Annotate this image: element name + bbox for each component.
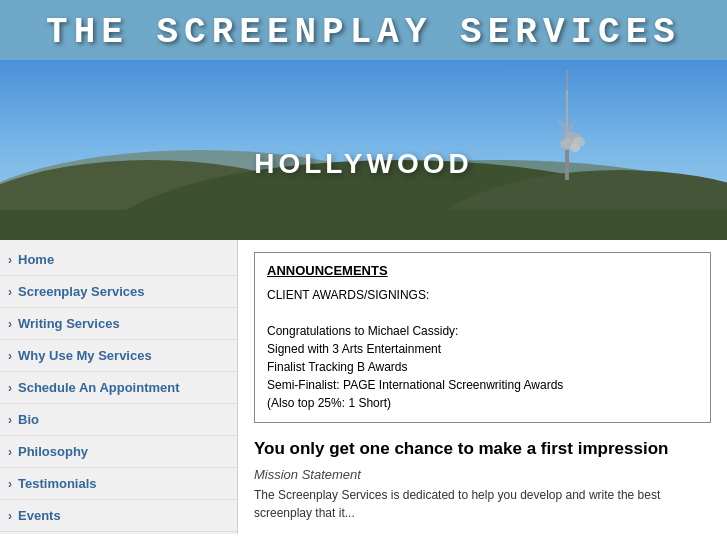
mission-text: The Screenplay Services is dedicated to … [254, 486, 711, 522]
main-layout: ›Home›Screenplay Services›Writing Servic… [0, 240, 727, 534]
svg-point-10 [570, 144, 580, 152]
nav-item-label: Writing Services [18, 316, 120, 331]
nav-menu: ›Home›Screenplay Services›Writing Servic… [0, 244, 237, 532]
nav-item-label: Philosophy [18, 444, 88, 459]
announcements-section1-label: CLIENT AWARDS/SIGNINGS: Congratulations … [267, 286, 698, 412]
tower-icon [547, 70, 587, 183]
announcements-box: ANNOUNCEMENTS CLIENT AWARDS/SIGNINGS: Co… [254, 252, 711, 423]
hero-image: HOLLYWOOD [0, 60, 727, 240]
content-area: ANNOUNCEMENTS CLIENT AWARDS/SIGNINGS: Co… [238, 240, 727, 534]
nav-item-label: Screenplay Services [18, 284, 144, 299]
nav-item-bio[interactable]: ›Bio [0, 404, 237, 436]
nav-item-why-use-services[interactable]: ›Why Use My Services [0, 340, 237, 372]
nav-item-schedule-appointment[interactable]: ›Schedule An Appointment [0, 372, 237, 404]
nav-arrow-icon: › [8, 509, 12, 523]
site-title: THE SCREENPLAY SERVICES [0, 12, 727, 53]
nav-item-events[interactable]: ›Events [0, 500, 237, 532]
site-header: THE SCREENPLAY SERVICES [0, 0, 727, 240]
nav-item-label: Schedule An Appointment [18, 380, 180, 395]
nav-arrow-icon: › [8, 413, 12, 427]
nav-arrow-icon: › [8, 285, 12, 299]
nav-item-testimonials[interactable]: ›Testimonials [0, 468, 237, 500]
nav-item-label: Events [18, 508, 61, 523]
nav-item-writing-services[interactable]: ›Writing Services [0, 308, 237, 340]
nav-item-label: Home [18, 252, 54, 267]
hills-background [0, 120, 727, 240]
nav-arrow-icon: › [8, 317, 12, 331]
svg-rect-0 [565, 150, 569, 180]
nav-arrow-icon: › [8, 477, 12, 491]
nav-arrow-icon: › [8, 253, 12, 267]
main-heading: You only get one chance to make a first … [254, 439, 711, 459]
announcements-title: ANNOUNCEMENTS [267, 263, 698, 278]
nav-arrow-icon: › [8, 349, 12, 363]
nav-item-philosophy[interactable]: ›Philosophy [0, 436, 237, 468]
announcements-body: Congratulations to Michael Cassidy:Signe… [267, 324, 563, 410]
nav-item-label: Testimonials [18, 476, 97, 491]
nav-item-label: Bio [18, 412, 39, 427]
sidebar: ›Home›Screenplay Services›Writing Servic… [0, 240, 238, 534]
mission-label: Mission Statement [254, 467, 711, 482]
nav-item-home[interactable]: ›Home [0, 244, 237, 276]
hollywood-sign: HOLLYWOOD [254, 148, 473, 180]
nav-arrow-icon: › [8, 381, 12, 395]
nav-arrow-icon: › [8, 445, 12, 459]
svg-rect-16 [0, 210, 727, 240]
nav-item-screenplay-services[interactable]: ›Screenplay Services [0, 276, 237, 308]
nav-item-label: Why Use My Services [18, 348, 152, 363]
